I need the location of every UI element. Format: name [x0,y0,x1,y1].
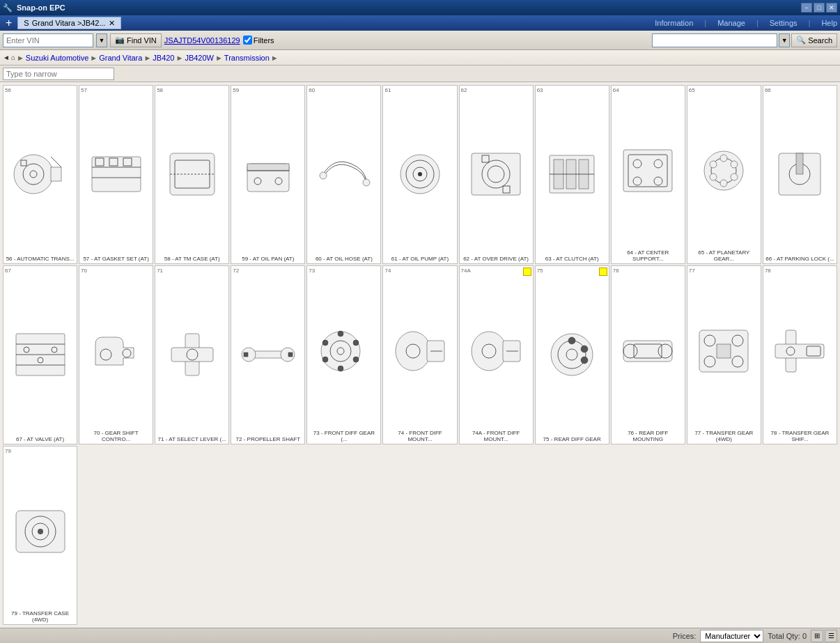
part-item[interactable]: 6161 - AT OIL PUMP (AT) [382,85,457,264]
svg-point-91 [568,337,575,344]
toolbar: ▼ 📷 Find VIN JSAJTD54V00136129 Filters ▼… [0,31,840,50]
find-vin-label: Find VIN [127,36,157,45]
manage-link[interactable]: Manage [717,19,745,27]
part-number: 66 [765,87,771,93]
part-image [309,93,379,254]
svg-point-71 [321,332,360,371]
bc-jb420w[interactable]: JB420W [185,54,214,62]
part-item[interactable]: 5858 - AT TM CASE (AT) [155,85,229,264]
part-item[interactable]: 7272 - PROPELLER SHAFT [231,265,305,444]
part-image [157,274,227,435]
tab-close-icon[interactable]: ✕ [109,19,115,28]
search-input[interactable] [652,33,777,47]
vin-input[interactable] [3,33,93,47]
part-item[interactable]: 5757 - AT GASKET SET (AT) [79,85,153,264]
filters-checkbox[interactable] [243,36,252,45]
bc-jb420[interactable]: JB420 [153,54,174,62]
part-item[interactable]: 7777 - TRANSFER GEAR (4WD) [687,265,761,444]
part-number: 70 [81,268,87,274]
filters-label: Filters [254,36,274,45]
part-image [5,93,75,254]
part-image [309,274,379,428]
bc-sep3: ► [176,54,184,62]
part-label: 78 - TRANSFER GEAR SHIF... [765,430,835,442]
bc-grand-vitara[interactable]: Grand Vitara [99,54,142,62]
part-image [81,274,151,428]
close-button[interactable]: ✕ [826,3,837,13]
part-label: 60 - AT OIL HOSE (AT) [315,256,373,262]
minimize-button[interactable]: − [801,3,812,13]
part-item[interactable]: 7070 - GEAR SHIFT CONTRO... [79,265,153,444]
part-number: 74A [461,268,471,274]
search-button[interactable]: 🔍 Search [791,33,837,47]
settings-link[interactable]: Settings [770,19,798,27]
status-bar: Prices: Manufacturer Total Qty: 0 ⊞ ☰ [0,628,840,643]
bc-suzuki-automotive[interactable]: Suzuki Automotive [26,54,89,62]
part-label: 72 - PROPELLER SHAFT [235,436,301,442]
part-image [461,274,531,428]
svg-rect-103 [717,344,731,358]
part-label: 64 - AT CENTER SUPPORT... [613,249,683,262]
part-number: 75 [537,268,543,274]
sep3: | [809,19,811,27]
bc-transmission[interactable]: Transmission [224,54,270,62]
part-item[interactable]: 7575 - REAR DIFF GEAR [535,265,609,444]
part-image [613,93,683,248]
part-item[interactable]: 6060 - AT OIL HOSE (AT) [306,85,381,264]
bc-sep5: ► [271,54,279,62]
maximize-button[interactable]: □ [814,3,825,13]
search-dropdown-arrow[interactable]: ▼ [779,33,790,47]
part-label: 74 - FRONT DIFF MOUNT... [384,430,455,442]
part-item[interactable]: 6666 - AT PARKING LOCK (... [763,85,837,264]
part-item[interactable]: 74A74A - FRONT DIFF MOUNT... [459,265,534,444]
part-item[interactable]: 6767 - AT VALVE (AT) [3,265,77,444]
home-button[interactable]: ⌂ [11,54,15,61]
svg-point-48 [720,180,727,187]
svg-point-84 [472,332,506,371]
bc-sep0: ► [17,54,24,62]
title-bar: 🔧 Snap-on EPC − □ ✕ [0,0,840,15]
part-image [765,274,835,428]
suzuki-icon: S [24,19,29,27]
svg-rect-37 [623,150,672,192]
vin-dropdown-arrow[interactable]: ▼ [96,33,107,47]
add-tab-button[interactable]: + [3,17,15,29]
part-label: 58 - AT TM CASE (AT) [164,256,221,262]
part-label: 76 - REAR DIFF MOUNTING [613,430,683,442]
part-number: 63 [537,87,543,93]
part-item[interactable]: 5959 - AT OIL PAN (AT) [231,85,305,264]
part-item[interactable]: 6565 - AT PLANETARY GEAR... [687,85,761,264]
information-link[interactable]: Information [655,19,693,27]
svg-point-78 [322,357,328,362]
main-tab[interactable]: S Grand Vitara >JB42... ✕ [17,17,120,29]
vin-value-link[interactable]: JSAJTD54V00136129 [164,36,240,45]
part-item[interactable]: 6464 - AT CENTER SUPPORT... [611,85,685,264]
part-item[interactable]: 6262 - AT OVER DRIVE (AT) [459,85,534,264]
part-item[interactable]: 7373 - FRONT DIFF GEAR (... [306,265,381,444]
part-item[interactable]: 6363 - AT CLUTCH (AT) [535,85,609,264]
help-link[interactable]: Help [821,19,837,27]
part-item[interactable]: 7878 - TRANSFER GEAR SHIF... [763,265,837,444]
part-image [689,93,759,248]
part-item[interactable]: 7171 - AT SELECT LEVER (... [155,265,229,444]
part-image [233,93,303,254]
search-label: Search [808,36,832,45]
svg-point-49 [710,173,717,180]
part-item[interactable]: 5656 - AUTOMATIC TRANS... [3,85,77,264]
yellow-badge [599,268,607,276]
part-number: 60 [309,87,315,93]
part-item[interactable]: 7676 - REAR DIFF MOUNTING [611,265,685,444]
part-number: 64 [613,87,619,93]
back-button[interactable]: ◄ [3,54,10,61]
svg-point-93 [581,357,588,364]
part-number: 77 [689,268,695,274]
grid-view-button[interactable]: ⊞ [811,630,823,642]
part-image [689,274,759,428]
narrow-input[interactable] [3,68,114,80]
part-item[interactable]: 7474 - FRONT DIFF MOUNT... [382,265,457,444]
part-item[interactable]: 7979 - TRANSFER CASE (4WD) [3,446,77,625]
find-vin-button[interactable]: 📷 Find VIN [110,33,162,47]
part-image [233,274,303,435]
list-view-button[interactable]: ☰ [825,630,837,642]
prices-select[interactable]: Manufacturer [700,630,763,642]
